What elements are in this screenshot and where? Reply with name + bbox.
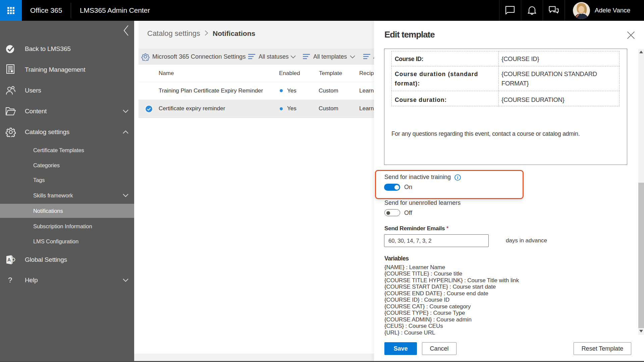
svg-text:A: A xyxy=(7,257,11,262)
